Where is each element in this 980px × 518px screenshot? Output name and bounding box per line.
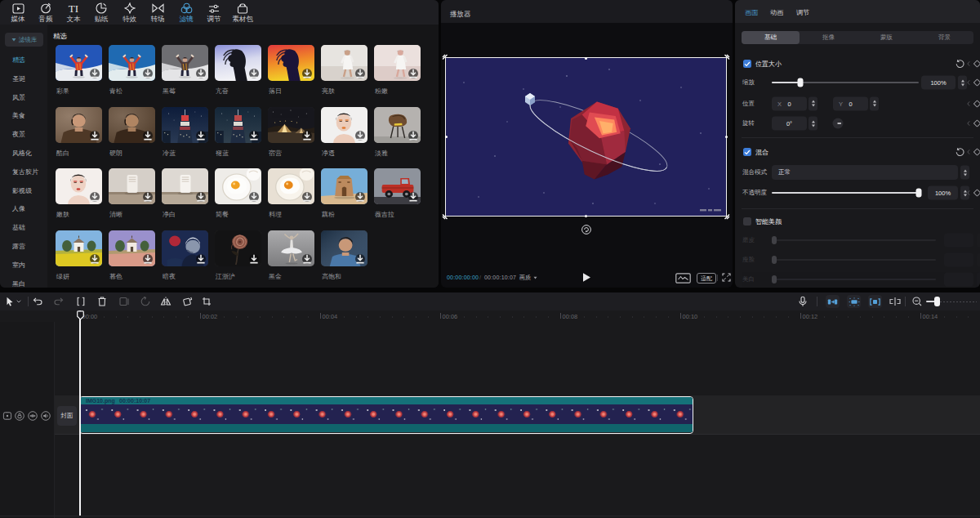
scale-value[interactable]: 100% (921, 76, 956, 90)
toolbar-item-4[interactable]: 贴纸 (87, 2, 115, 24)
opacity-slider-handle[interactable] (916, 189, 922, 198)
cover-button[interactable]: 封面 (57, 406, 77, 426)
position-x-field[interactable]: X0 (772, 96, 807, 110)
rotate-knob[interactable] (832, 118, 844, 129)
beauty-value[interactable] (944, 234, 973, 248)
filter-thumbnail[interactable] (374, 168, 421, 204)
toolbar-item-2[interactable]: 音频 (32, 2, 60, 24)
stepper-control[interactable] (958, 76, 967, 90)
beauty-slider[interactable] (774, 239, 936, 241)
toolbar-item-3[interactable]: TI文本 (60, 2, 87, 24)
cursor-button[interactable] (6, 297, 14, 306)
crop-button[interactable] (202, 297, 212, 306)
properties-tab-1[interactable]: 画面 (745, 8, 758, 17)
collapse-tracks-button[interactable] (889, 297, 901, 306)
filter-thumbnail[interactable] (215, 107, 261, 143)
fit-mode-button[interactable]: 适配 (697, 273, 716, 284)
category-item-12[interactable]: 室内 (12, 260, 25, 269)
filter-thumbnail[interactable] (162, 45, 208, 81)
filter-thumbnail[interactable] (162, 230, 208, 266)
beauty-section-checkbox[interactable] (743, 217, 751, 226)
filter-thumbnail[interactable] (321, 107, 368, 143)
chevron-sm-button[interactable] (16, 300, 21, 303)
beauty-slider-handle[interactable] (772, 236, 777, 244)
toolbar-item-9[interactable]: 素材包 (229, 2, 256, 24)
preview-axis-toggle[interactable] (868, 295, 882, 308)
reset-icon[interactable] (956, 60, 964, 69)
stepper-control[interactable] (960, 166, 969, 180)
category-item-11[interactable]: 露营 (12, 242, 25, 251)
properties-subtab-2[interactable]: 抠像 (800, 31, 858, 44)
rotate-handle[interactable] (581, 225, 591, 234)
toolbar-item-5[interactable]: 特效 (116, 2, 144, 24)
blend-mode-dropdown[interactable]: 正常 (772, 165, 958, 180)
freeze-button[interactable] (119, 297, 129, 306)
timeline-clip[interactable]: IMG10.png 00:00:10:07 (79, 396, 693, 434)
keyframe-control[interactable] (967, 100, 980, 107)
reverse-button[interactable] (140, 297, 150, 306)
category-item-2[interactable]: 圣诞 (12, 74, 25, 83)
timeline-ruler[interactable]: 00:0000:0200:0400:0600:0800:1000:1200:14 (0, 310, 980, 322)
magnetic-snap-toggle[interactable] (826, 295, 840, 308)
fullscreen-icon[interactable] (722, 273, 731, 282)
beauty-slider-handle[interactable] (772, 256, 777, 264)
scale-slider-handle[interactable] (798, 78, 804, 87)
filter-thumbnail[interactable] (321, 230, 368, 266)
opacity-value[interactable]: 100% (928, 186, 958, 200)
toolbar-item-8[interactable]: 调节 (200, 2, 228, 24)
lock-track-icon[interactable] (15, 411, 24, 421)
keyframe-control[interactable] (967, 60, 980, 68)
zoom-out-button[interactable] (912, 297, 922, 306)
filter-thumbnail[interactable] (268, 168, 314, 204)
linkage-toggle[interactable] (847, 295, 861, 308)
stepper-control[interactable] (808, 96, 817, 110)
category-item-13[interactable]: 黑白 (12, 279, 25, 288)
delete-button[interactable] (98, 297, 107, 306)
filter-thumbnail[interactable] (109, 168, 155, 204)
category-item-8[interactable]: 影视级 (12, 185, 32, 194)
stepper-control[interactable] (808, 117, 817, 131)
stepper-control[interactable] (977, 253, 980, 267)
category-item-6[interactable]: 风格化 (12, 149, 32, 158)
rotate-button[interactable] (182, 297, 193, 306)
filter-thumbnail[interactable] (215, 45, 261, 81)
quality-dropdown[interactable]: 画质 (519, 274, 537, 282)
filter-thumbnail[interactable] (162, 107, 208, 143)
filter-thumbnail[interactable] (215, 230, 261, 266)
filter-thumbnail[interactable] (215, 168, 261, 204)
filter-thumbnail[interactable] (56, 168, 102, 204)
filter-thumbnail[interactable] (268, 107, 314, 143)
filter-thumbnail[interactable] (109, 45, 155, 81)
filter-thumbnail[interactable] (268, 230, 314, 266)
category-item-5[interactable]: 夜景 (12, 130, 25, 139)
filter-thumbnail[interactable] (321, 45, 368, 81)
toolbar-item-6[interactable]: 转场 (144, 2, 172, 24)
beauty-slider[interactable] (774, 259, 936, 261)
filter-thumbnail[interactable] (109, 230, 155, 266)
filter-thumbnail[interactable] (109, 107, 155, 143)
keyframe-control[interactable] (967, 120, 980, 127)
properties-subtab-4[interactable]: 背景 (915, 31, 973, 44)
category-item-9[interactable]: 人像 (12, 204, 25, 213)
filter-thumbnail[interactable] (56, 230, 102, 266)
mirror-button[interactable] (161, 297, 172, 306)
video-canvas[interactable] (446, 58, 726, 216)
filter-library-dropdown[interactable]: 滤镜库 (5, 33, 43, 47)
filter-thumbnail[interactable] (321, 168, 368, 204)
toolbar-item-1[interactable]: 媒体 (4, 2, 32, 24)
position-y-field[interactable]: Y0 (833, 96, 868, 110)
filter-thumbnail[interactable] (374, 45, 421, 81)
blend-section-checkbox[interactable] (743, 148, 751, 156)
stepper-control[interactable] (977, 273, 980, 287)
category-item-1[interactable]: 精选 (12, 56, 25, 65)
play-button[interactable] (581, 272, 591, 283)
filter-thumbnail[interactable] (56, 107, 102, 143)
properties-tab-2[interactable]: 动画 (770, 8, 783, 17)
stepper-control[interactable] (977, 234, 980, 248)
beauty-value[interactable] (944, 253, 973, 267)
beauty-slider[interactable] (774, 279, 936, 280)
reset-icon[interactable] (956, 148, 964, 157)
preview-quality-icon[interactable] (675, 273, 691, 284)
keyframe-control[interactable] (967, 149, 980, 156)
zoom-slider-handle[interactable] (934, 297, 940, 306)
